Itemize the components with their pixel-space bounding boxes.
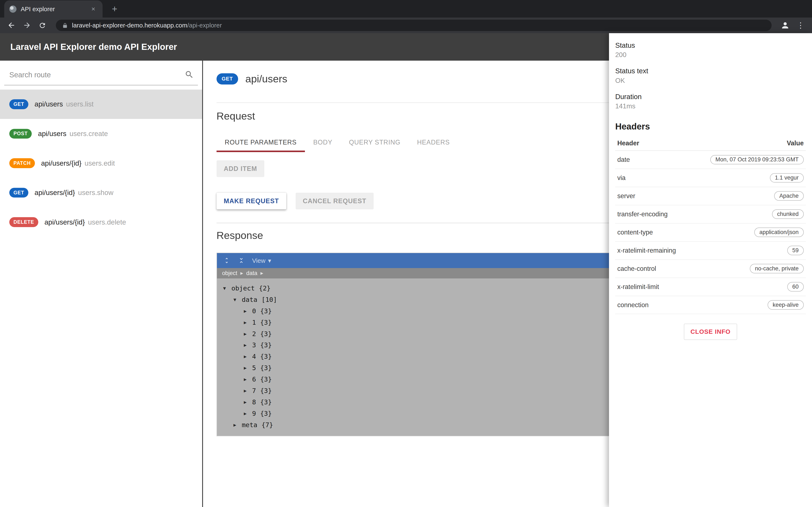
value-col-title: Value [690,136,806,151]
route-item[interactable]: GET api/users users.list [0,90,202,119]
status-label: Status [615,41,806,49]
route-name: users.edit [85,159,115,167]
address-bar[interactable]: laravel-api-explorer-demo.herokuapp.com/… [56,20,772,31]
header-name: x-ratelimit-remaining [615,241,690,260]
request-tab[interactable]: ROUTE PARAMETERS [216,133,305,152]
method-badge: GET [9,99,28,109]
headers-table: Header Value date Mon, 07 Oct 2019 09:23… [615,136,806,314]
json-node-count: {3} [260,398,272,406]
request-tab[interactable]: HEADERS [409,133,458,152]
json-node-count: {3} [260,353,272,360]
json-node-label: 0 [252,307,256,315]
status-text-value: OK [615,77,806,84]
screen: API explorer × + laravel-api-explorer-de… [0,0,812,507]
url-domain: laravel-api-explorer-demo.herokuapp.com [72,22,187,29]
header-value-chip: Apache [774,191,804,201]
header-name: server [615,187,690,205]
search-icon[interactable] [185,70,194,81]
expand-all-icon[interactable] [223,257,230,264]
add-item-button[interactable]: ADD ITEM [216,160,264,177]
expand-arrow-icon[interactable]: ▶ [244,399,252,405]
headers-title: Headers [615,121,806,131]
expand-arrow-icon[interactable]: ▶ [244,411,252,416]
expand-arrow-icon[interactable]: ▶ [244,331,252,337]
search-field [4,68,198,86]
collapse-all-icon[interactable] [238,257,245,264]
search-input[interactable] [4,71,198,82]
lock-icon [62,22,68,28]
expand-arrow-icon[interactable]: ▼ [223,286,231,291]
route-item[interactable]: GET api/users/{id} users.show [0,178,202,208]
header-row: transfer-encoding chunked [615,205,806,223]
route-path: api/users [35,100,63,108]
request-tab[interactable]: QUERY STRING [341,133,409,152]
response-info-panel: Status 200 Status text OK Duration 141ms… [609,33,812,507]
expand-arrow-icon[interactable]: ▶ [244,377,252,382]
json-node-count: {3} [260,387,272,394]
expand-arrow-icon[interactable]: ▶ [244,354,252,359]
method-badge: PATCH [9,158,35,168]
json-node-label: 7 [252,387,256,394]
expand-arrow-icon[interactable]: ▶ [244,365,252,371]
route-name: users.list [66,100,94,108]
route-title-text: api/users [245,73,287,85]
json-node-count: {3} [260,410,272,417]
close-info-button[interactable]: CLOSE INFO [684,324,737,340]
json-node-label: meta [242,421,257,429]
json-node-count: {3} [260,307,272,315]
expand-arrow-icon[interactable]: ▶ [244,308,252,314]
tab-title: API explorer [21,5,85,13]
header-row: server Apache [615,187,806,205]
url-text: laravel-api-explorer-demo.herokuapp.com/… [72,22,222,29]
breadcrumb-arrow-icon: ▶ [241,271,243,276]
header-row: connection keep-alive [615,296,806,314]
route-path: api/users/{id} [41,159,82,167]
profile-icon [780,21,790,30]
method-badge: GET [9,188,28,198]
breadcrumb-arrow-icon: ▶ [260,271,263,276]
expand-arrow-icon[interactable]: ▶ [244,320,252,325]
route-path: api/users/{id} [44,218,85,226]
reload-icon [39,21,46,30]
json-node-count: {3} [260,364,272,372]
breadcrumb-item[interactable]: object [222,270,237,277]
json-node-label: object [231,285,255,292]
view-dropdown[interactable]: View ▾ [252,257,271,264]
expand-arrow-icon[interactable]: ▶ [244,388,252,393]
route-item[interactable]: DELETE api/users/{id} users.delete [0,208,202,237]
profile-button[interactable] [779,19,791,32]
duration-value: 141ms [615,102,806,110]
cancel-request-button[interactable]: CANCEL REQUEST [296,193,374,209]
json-node-label: 2 [252,330,256,338]
json-node-count: {2} [259,285,270,292]
header-value-chip: Mon, 07 Oct 2019 09:23:53 GMT [710,155,804,165]
expand-arrow-icon[interactable]: ▶ [234,422,242,428]
header-name: connection [615,296,690,314]
site-favicon-icon [9,5,16,13]
header-col-title: Header [615,136,690,151]
browser-menu-button[interactable]: ⋮ [795,19,807,32]
json-node-label: data [242,296,257,303]
new-tab-button[interactable]: + [108,3,121,14]
json-node-label: 3 [252,341,256,349]
header-value-chip: keep-alive [768,300,804,310]
breadcrumb-item[interactable]: data [246,270,257,277]
tab-close-icon[interactable]: × [89,5,97,13]
request-tab[interactable]: BODY [305,133,341,152]
json-node-label: 8 [252,398,256,406]
expand-arrow-icon[interactable]: ▶ [244,342,252,348]
header-row: via 1.1 vegur [615,169,806,187]
duration-label: Duration [615,93,806,101]
expand-arrow-icon[interactable]: ▼ [234,297,242,302]
make-request-button[interactable]: MAKE REQUEST [216,193,286,209]
forward-button[interactable] [21,19,33,32]
route-item[interactable]: PATCH api/users/{id} users.edit [0,149,202,178]
json-node-count: {3} [260,341,272,349]
reload-button[interactable] [36,19,49,32]
header-value-chip: 1.1 vegur [770,173,804,183]
back-button[interactable] [5,19,17,32]
json-node-count: {3} [260,330,272,338]
route-item[interactable]: POST api/users users.create [0,119,202,149]
browser-tab[interactable]: API explorer × [4,0,103,17]
app-title: Laravel API Explorer demo API Explorer [10,42,177,52]
